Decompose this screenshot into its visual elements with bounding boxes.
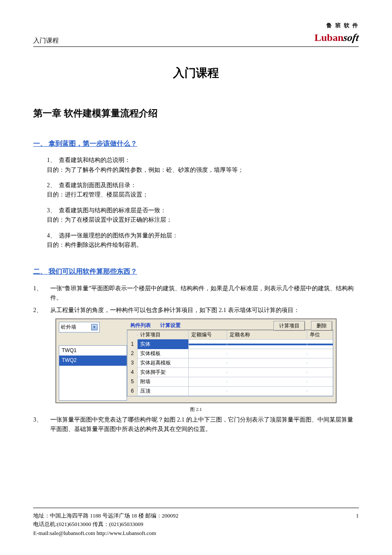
row-number: 1 [127,339,138,349]
section-2-heading: 二、 我们可以用软件算那些东西？ [33,266,359,277]
item-title: 查看建筑图与结构图的标准层是否一致： [59,207,166,214]
grid-header-row: 计算项目 定额编号 定额名称 单位 [127,330,333,340]
table-row[interactable]: 3 实体超高模板 [127,358,333,368]
row-number: 4 [127,367,138,377]
item-text: 一张“鲁班算量”平面图即表示一个楼层中的建筑、结构构件，如果是几个标准层，则表示… [50,284,359,303]
figure-caption: 图 2.1 [33,406,359,413]
item-title: 选择一张最理想的的图纸作为算量的开始层： [59,232,178,239]
component-listbox[interactable]: TWQ1 TWQ2 [59,345,127,401]
calc-item-cell: 实体模板 [138,349,189,358]
tab-components[interactable]: 构件列表 [130,321,151,330]
tabs-row: 构件列表 计算设置 计算项目 删除 [127,322,333,330]
row-number: 6 [127,386,138,396]
item-title: 查看建筑剖面图及图纸目录： [59,182,136,188]
screenshot-left-pane: 砼外墙 ▾ TWQ1 TWQ2 [59,322,127,401]
row-number: 2 [127,349,138,358]
page-title: 入门课程 [33,64,359,82]
table-row[interactable]: 4 实体脚手架 [127,368,333,377]
item-number: 1、 [47,156,59,165]
item-number: 1、 [33,284,50,293]
footer-mail: E-mail:sale@lubansoft.com http://www.Lub… [33,529,359,538]
table-row[interactable]: 2 实体模板 [127,349,333,358]
quota-code-cell [189,344,227,345]
item-purpose: 目的：为了在楼层设置中设置好正确的标注层； [47,215,359,225]
item-number: 3、 [33,415,50,425]
chapter-title: 第一章 软件建模算量流程介绍 [33,106,359,121]
page-number: 1 [356,512,359,520]
list-item: 3、 一张算量平面图中究竟表达了哪些构件呢？如图 2.1 的上中下三图，它门分别… [33,415,359,434]
page-footer: 地址：中国上海四平路 1188 号远洋广场 18 楼 邮编：200092 电话总… [33,508,359,538]
footer-tel: 电话总机:(021)65013000 传真：(021)65033009 [33,520,359,529]
section-2-list-continued: 3、 一张算量平面图中究竟表达了哪些构件呢？如图 2.1 的上中下三图，它门分别… [33,415,359,434]
chevron-down-icon[interactable]: ▾ [91,324,98,330]
embedded-screenshot: 砼外墙 ▾ TWQ1 TWQ2 构件列表 计算设置 计算项目 删除 计算项目 [55,318,337,403]
calc-item-button[interactable]: 计算项目 [274,321,305,331]
header-title: 入门课程 [33,35,59,46]
footer-address: 地址：中国上海四平路 1188 号远洋广场 18 楼 邮编：200092 [33,512,359,520]
table-row[interactable]: 6 压顶 [127,387,333,396]
calc-grid[interactable]: 计算项目 定额编号 定额名称 单位 1 实体 2 实体模板 [127,330,333,396]
list-item: 2、查看建筑剖面图及图纸目录： 目的：进行工程管理、楼层层高设置； [47,181,359,200]
toolbar-buttons: 计算项目 删除 [274,321,332,331]
screenshot-right-pane: 构件列表 计算设置 计算项目 删除 计算项目 定额编号 定额名称 单位 1 实体 [127,322,333,401]
wall-type-combo[interactable]: 砼外墙 ▾ [59,322,100,332]
item-purpose: 目的：构件删除远比构件绘制容易。 [47,240,359,250]
row-number: 3 [127,358,138,368]
item-text: 一张算量平面图中究竟表达了哪些构件呢？如图 2.1 的上中下三图，它门分别表示了… [50,415,359,434]
list-item: 1、查看建筑和结构的总说明： 目的：为了了解各个构件的属性参数，例如：砼、砂浆的… [47,156,359,175]
delete-button[interactable]: 删除 [311,321,332,331]
calc-item-cell: 压顶 [138,386,189,396]
col-header: 定额名称 [227,330,307,340]
list-item[interactable]: TWQ1 [59,346,127,356]
unit-cell [307,344,333,345]
logo: 鲁 班 软 件 Lubansoft [314,21,359,46]
item-purpose: 目的：为了了解各个构件的属性参数，例如：砼、砂浆的强度，墙厚等等； [47,165,359,175]
list-item[interactable]: TWQ2 [59,356,127,365]
calc-item-cell: 附墙 [138,377,189,387]
calc-item-cell: 实体超高模板 [138,358,189,368]
list-item: 4、选择一张最理想的的图纸作为算量的开始层： 目的：构件删除远比构件绘制容易。 [47,231,359,250]
quota-name-cell [227,344,307,345]
tab-calc-settings[interactable]: 计算设置 [160,321,181,330]
logo-cn: 鲁 班 软 件 [314,21,359,30]
section-1-list: 1、查看建筑和结构的总说明： 目的：为了了解各个构件的属性参数，例如：砼、砂浆的… [33,156,359,250]
section-2-list: 1、 一张“鲁班算量”平面图即表示一个楼层中的建筑、结构构件，如果是几个标准层，… [33,284,359,315]
col-header [127,334,138,336]
logo-black: soft [342,29,360,46]
table-row[interactable]: 5 附墙 [127,377,333,387]
item-number: 3、 [47,206,59,215]
item-number: 4、 [47,231,59,240]
item-number: 2、 [33,306,50,315]
col-header: 定额编号 [189,330,227,340]
table-row[interactable]: 1 实体 [127,340,333,349]
logo-en: Lubansoft [314,29,359,46]
logo-red: Luban [314,32,343,43]
list-item: 1、 一张“鲁班算量”平面图即表示一个楼层中的建筑、结构构件，如果是几个标准层，… [33,284,359,303]
calc-item-cell: 实体 [138,339,189,349]
section-1-heading: 一、 拿到蓝图，第一步该做什么？ [33,138,359,149]
row-number: 5 [127,377,138,387]
list-item: 2、 从工程量计算的角度，一种构件可以包含多种计算项目，如下图 2.1 表示墙体… [33,306,359,315]
col-header: 计算项目 [138,330,189,340]
item-purpose: 目的：进行工程管理、楼层层高设置； [47,190,359,199]
item-number: 2、 [47,181,59,190]
col-header: 单位 [307,330,333,340]
list-item: 3、查看建筑图与结构图的标准层是否一致： 目的：为了在楼层设置中设置好正确的标注… [47,206,359,225]
calc-item-cell: 实体脚手架 [138,367,189,377]
page-header: 入门课程 鲁 班 软 件 Lubansoft [33,21,359,47]
item-title: 查看建筑和结构的总说明： [59,157,130,163]
item-text: 从工程量计算的角度，一种构件可以包含多种计算项目，如下图 2.1 表示墙体可以计… [50,306,359,315]
combo-value: 砼外墙 [61,323,76,331]
